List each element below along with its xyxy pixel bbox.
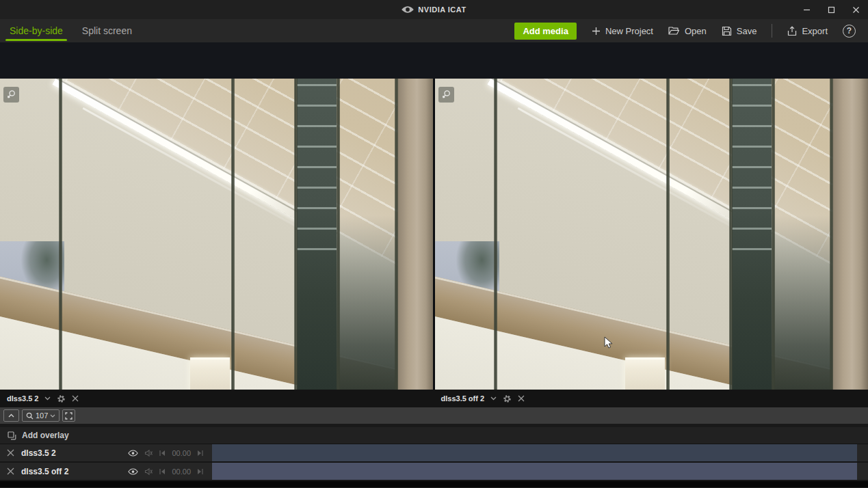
folder-open-icon	[668, 26, 680, 36]
toolbar-actions: Add media New Project Open Save Export ?	[514, 19, 868, 42]
tab-side-by-side-label: Side-by-side	[10, 25, 63, 36]
nvidia-logo-icon	[402, 5, 414, 14]
maximize-button[interactable]	[819, 0, 843, 19]
magnifier-icon	[26, 412, 34, 420]
prev-frame-icon[interactable]	[159, 468, 166, 475]
zoom-toolbar: 107	[0, 407, 868, 424]
media-label-bar: dlss3.5 2 dlss3.5 off 2	[0, 390, 868, 407]
chevron-down-icon[interactable]	[44, 396, 51, 401]
timeline-clip-bar[interactable]	[212, 444, 857, 461]
gear-icon[interactable]	[503, 394, 512, 403]
add-media-button[interactable]: Add media	[514, 23, 576, 40]
plus-icon	[592, 27, 601, 36]
remove-media-icon[interactable]	[518, 395, 525, 402]
mute-audio-icon[interactable]	[144, 449, 153, 457]
frame-offset-value[interactable]: 00.00	[172, 449, 191, 457]
gear-icon[interactable]	[57, 394, 66, 403]
timeline-track-row: dlss3.5 off 2 00.00	[0, 463, 868, 481]
mouse-cursor	[604, 336, 613, 349]
frame-offset-value[interactable]: 00.00	[172, 467, 191, 476]
tab-split-screen-label: Split screen	[82, 25, 132, 36]
magnifier-arrow-icon	[6, 90, 16, 100]
help-button[interactable]: ?	[843, 25, 856, 38]
track-barzone	[212, 444, 868, 461]
track-controls-left: dlss3.5 2 00.00	[0, 444, 212, 461]
next-frame-icon[interactable]	[197, 468, 204, 475]
track-barzone	[212, 463, 868, 480]
app-window: NVIDIA ICAT Side-by-side Split screen Ad…	[0, 0, 868, 488]
comparison-viewer	[0, 42, 868, 390]
app-title-group: NVIDIA ICAT	[402, 5, 466, 14]
media-label-group-right: dlss3.5 off 2	[434, 390, 868, 407]
next-frame-icon[interactable]	[197, 450, 204, 457]
viewer-images	[0, 79, 868, 390]
chevron-up-icon	[8, 414, 14, 418]
track-ctrls: 00.00	[128, 467, 212, 476]
visibility-eye-icon[interactable]	[128, 468, 138, 475]
export-button[interactable]: Export	[787, 26, 828, 36]
new-project-button[interactable]: New Project	[592, 26, 653, 36]
collapse-panel-button[interactable]	[3, 409, 19, 422]
chevron-down-icon[interactable]	[490, 396, 497, 401]
tab-split-screen[interactable]: Split screen	[73, 19, 142, 42]
track-controls-left: dlss3.5 off 2 00.00	[0, 463, 212, 480]
zoom-value: 107	[36, 411, 48, 420]
zoom-level-dropdown[interactable]: 107	[22, 409, 60, 422]
toolbar-separator	[772, 24, 772, 38]
media-pane-right[interactable]	[435, 79, 868, 390]
media-name-right: dlss3.5 off 2	[441, 394, 485, 403]
track-ctrls: 00.00	[128, 449, 212, 457]
new-project-label: New Project	[605, 26, 653, 36]
media-pane-left[interactable]	[0, 79, 433, 390]
export-icon	[787, 26, 797, 36]
close-icon	[852, 6, 860, 14]
add-overlay-label: Add overlay	[22, 431, 69, 440]
titlebar: NVIDIA ICAT	[0, 0, 868, 19]
menubar: Side-by-side Split screen Add media New …	[0, 19, 868, 42]
minimize-button[interactable]	[794, 0, 819, 19]
open-button[interactable]: Open	[668, 26, 707, 36]
add-overlay-row[interactable]: Add overlay	[0, 427, 868, 444]
tab-side-by-side[interactable]: Side-by-side	[0, 19, 73, 42]
view-tabs: Side-by-side Split screen	[0, 19, 142, 42]
bottom-strip	[0, 481, 868, 487]
mute-audio-icon[interactable]	[144, 467, 153, 476]
track-name: dlss3.5 2	[21, 448, 56, 458]
open-label: Open	[685, 26, 707, 36]
remove-media-icon[interactable]	[72, 395, 79, 402]
prev-frame-icon[interactable]	[159, 450, 166, 457]
fit-to-window-button[interactable]	[62, 409, 75, 422]
visibility-eye-icon[interactable]	[128, 450, 138, 457]
minimize-icon	[803, 6, 811, 14]
window-controls	[794, 0, 868, 19]
save-label: Save	[737, 26, 757, 36]
timeline-clip-bar[interactable]	[212, 463, 857, 480]
render-image-left	[0, 79, 433, 390]
fit-screen-icon	[65, 412, 73, 420]
pixel-zoom-badge[interactable]	[438, 87, 454, 103]
export-label: Export	[802, 26, 828, 36]
app-title: NVIDIA ICAT	[418, 5, 466, 14]
track-name: dlss3.5 off 2	[21, 467, 68, 476]
save-button[interactable]: Save	[722, 26, 757, 36]
media-label-group-left: dlss3.5 2	[0, 390, 434, 407]
remove-track-icon[interactable]	[0, 467, 21, 475]
chevron-down-icon	[50, 414, 55, 418]
magnifier-arrow-icon	[441, 90, 451, 100]
remove-track-icon[interactable]	[0, 449, 21, 457]
maximize-icon	[828, 6, 835, 14]
save-icon	[722, 26, 732, 36]
render-image-right	[435, 79, 868, 390]
overlay-icon	[8, 431, 16, 440]
media-name-left: dlss3.5 2	[7, 394, 38, 403]
timeline-track-row: dlss3.5 2 00.00	[0, 444, 868, 463]
close-button[interactable]	[843, 0, 868, 19]
pixel-zoom-badge[interactable]	[3, 87, 19, 103]
